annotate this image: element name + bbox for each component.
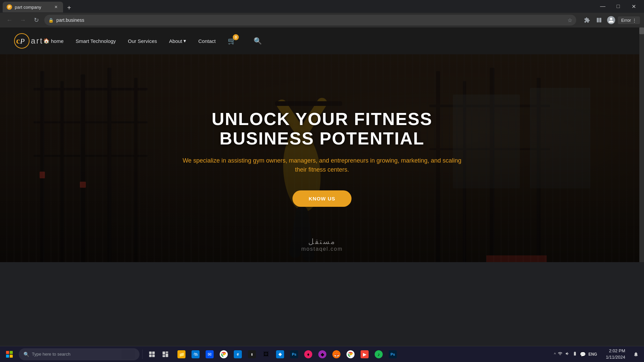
scrollbar-thumb[interactable] <box>639 27 644 34</box>
terminal-img: ▮ <box>248 350 256 358</box>
tab-favicon: P <box>7 4 12 10</box>
maximize-button[interactable]: □ <box>610 1 626 12</box>
mail-icon[interactable]: ✉ <box>203 348 216 361</box>
chrome2-icon[interactable] <box>344 348 357 361</box>
file-explorer-icon[interactable]: 📁 <box>175 348 188 361</box>
hero-section: UNLOCK YOUR FITNESS BUSINESS POTENTIAL W… <box>0 54 644 262</box>
logo[interactable]: c P art <box>13 33 43 49</box>
app2-img: ◆ <box>318 350 326 358</box>
main-nav: 🏠 home Smart Technology Our Services <box>43 37 262 45</box>
smart-tech-link[interactable]: Smart Technology <box>76 38 116 44</box>
firefox-icon[interactable]: 🦊 <box>330 348 343 361</box>
nav-item-cart[interactable]: 🛒 0 <box>228 37 236 45</box>
extensions-button[interactable] <box>582 15 592 25</box>
cart-badge: 0 <box>233 34 239 40</box>
split-button[interactable] <box>594 15 604 25</box>
taskbar-right: ^ 💬 ENG 2:02 PM 1/11/2024 <box>551 348 642 360</box>
close-button[interactable]: ✕ <box>626 1 641 12</box>
svg-rect-40 <box>166 353 168 357</box>
contact-link[interactable]: Contact <box>198 38 216 44</box>
mail-img: ✉ <box>206 350 214 358</box>
hero-title: UNLOCK YOUR FITNESS BUSINESS POTENTIAL <box>178 110 466 148</box>
nav-item-search[interactable]: 🔍 <box>248 37 262 45</box>
chrome-icon[interactable] <box>217 348 230 361</box>
nav-item-about[interactable]: About ▾ <box>169 38 186 44</box>
search-icon[interactable]: 🔍 <box>254 37 262 45</box>
minimize-button[interactable]: — <box>595 1 610 12</box>
store-icon[interactable]: 🛍 <box>189 348 202 361</box>
clock-time: 2:02 PM <box>606 348 625 354</box>
photoshop-icon[interactable]: Ps <box>287 348 301 361</box>
profile-icon <box>607 16 615 24</box>
photos-img: 🖼 <box>262 350 270 358</box>
watermark-url: mostaqel.com <box>301 246 343 252</box>
home-link[interactable]: 🏠 home <box>43 38 64 44</box>
logo-icon: c P <box>13 33 30 49</box>
nav-item-contact[interactable]: Contact <box>198 38 216 44</box>
taskbar-search-bar[interactable]: 🔍 Type here to search <box>19 348 140 360</box>
about-link[interactable]: About ▾ <box>169 38 186 44</box>
chrome-img <box>220 350 228 358</box>
error-button[interactable]: Error ⋮ <box>618 16 640 24</box>
svg-rect-35 <box>149 354 152 357</box>
tray-notification-icon[interactable]: 💬 <box>579 351 586 358</box>
file-explorer-img: 📁 <box>177 350 185 358</box>
svg-rect-33 <box>149 351 152 354</box>
vscode-icon[interactable]: ◈ <box>273 348 287 361</box>
tray-volume-icon[interactable] <box>565 351 571 358</box>
watermark: مستقل mostaqel.com <box>301 237 343 252</box>
clock-area[interactable]: 2:02 PM 1/11/2024 <box>602 348 629 360</box>
tray-network-icon[interactable] <box>557 351 563 358</box>
toolbar-icons: Error ⋮ <box>582 15 640 25</box>
forward-button[interactable]: → <box>17 15 28 25</box>
svg-rect-38 <box>166 351 168 353</box>
photoshop2-icon[interactable]: Ps <box>386 348 399 361</box>
taskbar-divider-1 <box>142 350 143 359</box>
svg-rect-34 <box>152 351 155 354</box>
bookmark-icon[interactable]: ☆ <box>568 17 572 23</box>
start-button[interactable] <box>3 348 16 361</box>
security-icon: 🔒 <box>48 18 54 23</box>
services-link[interactable]: Our Services <box>128 38 157 44</box>
widgets-button[interactable] <box>159 348 172 361</box>
know-us-button[interactable]: KNOW US <box>292 190 352 207</box>
title-bar: P part company ✕ + — □ ✕ <box>0 0 644 13</box>
terminal-icon[interactable]: ▮ <box>245 348 259 361</box>
red-app-icon[interactable]: ▶ <box>358 348 371 361</box>
logo-text: art <box>31 36 43 46</box>
url-input[interactable] <box>56 17 565 23</box>
spotify-img: ♪ <box>375 350 383 358</box>
tab-close-button[interactable]: ✕ <box>53 4 59 10</box>
edge-icon[interactable]: e <box>231 348 245 361</box>
svg-text:P: P <box>20 37 24 45</box>
new-tab-button[interactable]: + <box>64 3 74 12</box>
app1-icon[interactable]: ♦ <box>302 348 315 361</box>
notification-center-button[interactable] <box>631 349 641 360</box>
spotify-icon[interactable]: ♪ <box>372 348 385 361</box>
nav-item-home[interactable]: 🏠 home <box>43 38 64 44</box>
browser-tab[interactable]: P part company ✕ <box>3 2 63 12</box>
tray-expand-icon[interactable]: ^ <box>554 352 556 357</box>
scrollbar-track[interactable] <box>639 27 644 262</box>
tray-battery-icon[interactable] <box>572 351 578 358</box>
vscode-img: ◈ <box>276 350 284 358</box>
task-view-button[interactable] <box>145 348 159 361</box>
profile-button[interactable] <box>606 15 616 25</box>
tray-lang[interactable]: ENG <box>588 351 598 357</box>
address-bar[interactable]: 🔒 ☆ <box>44 15 576 25</box>
tab-bar: P part company ✕ + <box>3 0 594 12</box>
watermark-arabic: مستقل <box>301 237 343 246</box>
app2-icon[interactable]: ◆ <box>316 348 329 361</box>
back-button[interactable]: ← <box>4 15 15 25</box>
chrome2-img <box>346 350 355 358</box>
nav-item-smart-tech[interactable]: Smart Technology <box>76 38 116 44</box>
photoshop2-img: Ps <box>389 350 397 358</box>
address-bar-row: ← → ↻ 🔒 ☆ <box>0 13 644 27</box>
nav-item-services[interactable]: Our Services <box>128 38 157 44</box>
reload-button[interactable]: ↻ <box>31 15 42 25</box>
system-tray: ^ 💬 ENG <box>551 351 601 358</box>
cart-icon-wrap[interactable]: 🛒 0 <box>228 37 236 45</box>
taskbar-search-placeholder: Type here to search <box>32 352 70 357</box>
edge-img: e <box>234 350 242 358</box>
photos-icon[interactable]: 🖼 <box>259 348 273 361</box>
